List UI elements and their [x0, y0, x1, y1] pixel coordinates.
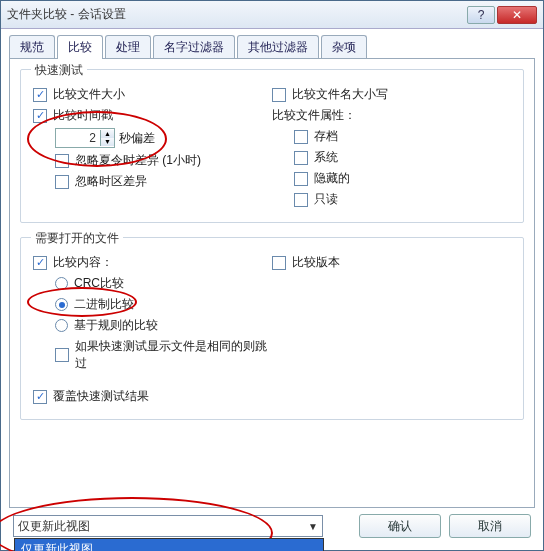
cancel-button[interactable]: 取消	[449, 514, 531, 538]
tab-compare[interactable]: 比较	[57, 35, 103, 59]
group-quick-test: 快速测试 比较文件大小 比较时间戳 2 ▲ ▼	[20, 69, 524, 223]
tab-spec[interactable]: 规范	[9, 35, 55, 59]
bottom-bar: 仅更新此视图 ▼ 仅更新此视图 也更新会话默认值 确认 取消	[9, 514, 535, 542]
tab-other-filter[interactable]: 其他过滤器	[237, 35, 319, 59]
checkbox-compare-case[interactable]	[272, 88, 286, 102]
titlebar: 文件夹比较 - 会话设置 ? ✕	[1, 1, 543, 29]
radio-binary[interactable]	[55, 298, 68, 311]
tab-strip: 规范 比较 处理 名字过滤器 其他过滤器 杂项	[9, 35, 535, 59]
tab-name-filter[interactable]: 名字过滤器	[153, 35, 235, 59]
checkbox-archive[interactable]	[294, 130, 308, 144]
label-compare-case: 比较文件名大小写	[292, 86, 388, 103]
tab-panel: 快速测试 比较文件大小 比较时间戳 2 ▲ ▼	[9, 58, 535, 508]
group-open-files: 需要打开的文件 比较内容： CRC比较 二进制比较 基于规则的比较 如果快速测试…	[20, 237, 524, 420]
label-hidden: 隐藏的	[314, 170, 350, 187]
group-title-open: 需要打开的文件	[31, 230, 123, 247]
spinner-value: 2	[56, 131, 100, 145]
checkbox-ignore-tz[interactable]	[55, 175, 69, 189]
label-archive: 存档	[314, 128, 338, 145]
label-ignore-dst: 忽略夏令时差异 (1小时)	[75, 152, 201, 169]
checkbox-hidden[interactable]	[294, 172, 308, 186]
label-binary: 二进制比较	[74, 296, 134, 313]
quick-right-col: 比较文件名大小写 比较文件属性： 存档 系统 隐藏的 只读	[272, 82, 511, 212]
tab-misc[interactable]: 杂项	[321, 35, 367, 59]
group-title-quick: 快速测试	[31, 62, 87, 79]
quick-left-col: 比较文件大小 比较时间戳 2 ▲ ▼ 秒偏差	[33, 82, 272, 212]
update-scope-dropdown[interactable]: 仅更新此视图 ▼ 仅更新此视图 也更新会话默认值	[13, 515, 323, 537]
close-button[interactable]: ✕	[497, 6, 537, 24]
label-compare-timestamp: 比较时间戳	[53, 107, 113, 124]
spinner-down[interactable]: ▼	[101, 138, 114, 146]
label-seconds-offset: 秒偏差	[119, 130, 155, 147]
label-override: 覆盖快速测试结果	[53, 388, 149, 405]
radio-crc[interactable]	[55, 277, 68, 290]
label-system: 系统	[314, 149, 338, 166]
label-compare-size: 比较文件大小	[53, 86, 125, 103]
label-rule: 基于规则的比较	[74, 317, 158, 334]
seconds-spinner[interactable]: 2 ▲ ▼	[55, 128, 115, 148]
label-compare-version: 比较版本	[292, 254, 340, 271]
checkbox-override[interactable]	[33, 390, 47, 404]
label-compare-attrs: 比较文件属性：	[272, 107, 356, 124]
checkbox-compare-content[interactable]	[33, 256, 47, 270]
content-area: 规范 比较 处理 名字过滤器 其他过滤器 杂项 快速测试 比较文件大小 比较时间…	[1, 29, 543, 550]
dropdown-selected: 仅更新此视图	[18, 518, 90, 535]
help-button[interactable]: ?	[467, 6, 495, 24]
close-icon: ✕	[512, 8, 522, 22]
checkbox-compare-timestamp[interactable]	[33, 109, 47, 123]
checkbox-system[interactable]	[294, 151, 308, 165]
ok-button[interactable]: 确认	[359, 514, 441, 538]
checkbox-readonly[interactable]	[294, 193, 308, 207]
open-right-col: 比较版本	[272, 250, 511, 409]
tab-process[interactable]: 处理	[105, 35, 151, 59]
checkbox-compare-size[interactable]	[33, 88, 47, 102]
window-title: 文件夹比较 - 会话设置	[7, 6, 465, 23]
label-readonly: 只读	[314, 191, 338, 208]
dropdown-popup: 仅更新此视图 也更新会话默认值	[14, 538, 324, 551]
label-ignore-tz: 忽略时区差异	[75, 173, 147, 190]
checkbox-compare-version[interactable]	[272, 256, 286, 270]
label-skip-same: 如果快速测试显示文件是相同的则跳过	[75, 338, 272, 372]
chevron-down-icon: ▼	[308, 521, 318, 532]
dropdown-option-0[interactable]: 仅更新此视图	[15, 539, 323, 551]
label-crc: CRC比较	[74, 275, 124, 292]
spinner-up[interactable]: ▲	[101, 130, 114, 138]
help-icon: ?	[478, 8, 485, 22]
open-left-col: 比较内容： CRC比较 二进制比较 基于规则的比较 如果快速测试显示文件是相同的…	[33, 250, 272, 409]
label-compare-content: 比较内容：	[53, 254, 113, 271]
checkbox-ignore-dst[interactable]	[55, 154, 69, 168]
dialog-window: 文件夹比较 - 会话设置 ? ✕ 规范 比较 处理 名字过滤器 其他过滤器 杂项…	[0, 0, 544, 551]
radio-rule[interactable]	[55, 319, 68, 332]
checkbox-skip-same[interactable]	[55, 348, 69, 362]
